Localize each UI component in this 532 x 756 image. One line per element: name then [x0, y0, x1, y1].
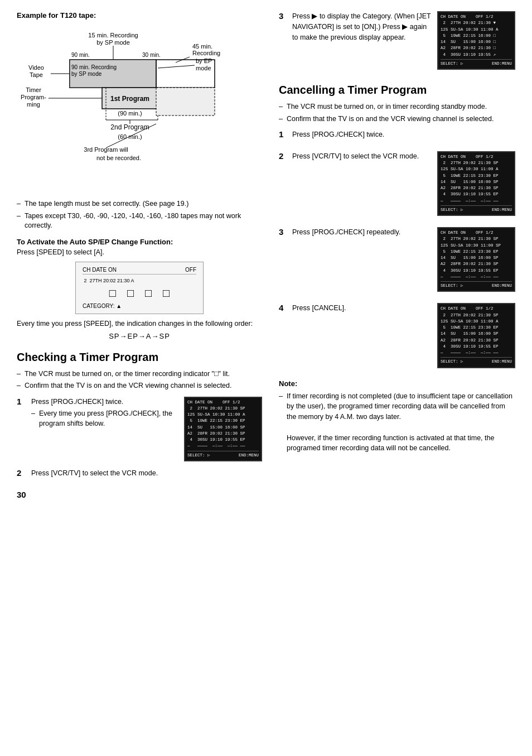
- svg-text:by SP mode: by SP mode: [96, 39, 130, 46]
- checking-step-2-num: 2: [17, 468, 26, 478]
- vcr-footer-c1: SELECT: ▷ END:MENU: [187, 451, 259, 459]
- vcs2-r2: 5 19WE 22:15 23:30 EP: [441, 173, 512, 179]
- svg-text:45 min.: 45 min.: [192, 43, 212, 50]
- checking-step-1-content: Press [PROG./CHECK] twice. Every time yo…: [31, 397, 178, 435]
- step3-intro-screen: CH DATE ON OFF 1/2 2 27TH 20:02 21:30 ▼ …: [437, 11, 515, 70]
- svg-text:90 min.: 90 min.: [71, 52, 90, 58]
- svg-text:15 min. Recording: 15 min. Recording: [88, 32, 138, 38]
- vcr-intro-r4: A2 28FR 20:02 21:30 □: [441, 45, 512, 51]
- vcr-row-c1-1: 125 SU-SA 10:30 11:00 A: [187, 412, 259, 418]
- icon-square3: □: [145, 287, 152, 300]
- step3-intro-num: 3: [279, 11, 288, 21]
- svg-rect-34: [156, 88, 215, 115]
- diagram-section: Example for T120 tape: 1st Program 15 mi…: [17, 11, 262, 188]
- vcs4-header: CH DATE ON OFF 1/2: [441, 306, 512, 312]
- checking-step-1-subbullets: Every time you press [PROG./CHECK], the …: [31, 409, 178, 428]
- vcr-intro-r2: 5 19WE 22:15 16:00 □: [441, 33, 512, 39]
- vcr-footer-c1-right: END:MENU: [239, 452, 259, 459]
- checking-step-2: 2 Press [VCR/TV] to select the VCR mode.: [17, 468, 262, 479]
- bullet-tape-length: The tape length must be set correctly. (…: [17, 199, 262, 209]
- cancel-step-4: 4 Press [CANCEL]. CH DATE ON OFF 1/2 2 2…: [279, 303, 515, 368]
- step3-intro-text: Press ▶ to display the Category. (When […: [292, 11, 433, 42]
- checking-step-2-content: Press [VCR/TV] to select the VCR mode.: [31, 468, 262, 479]
- cancel-step-2-inner: Press [VCR/TV] to select the VCR mode. C…: [292, 151, 515, 216]
- checking-heading: Checking a Timer Program: [17, 350, 262, 364]
- vcr-screen-cancel2: CH DATE ON OFF 1/2 2 27TH 20:02 21:30 SP…: [437, 151, 515, 216]
- vcr-row-c1-6: — ———— —:—— —:—— ——: [187, 443, 259, 449]
- icon-square4: □: [163, 287, 170, 300]
- note-text-2: However, if the timer recording function…: [287, 434, 494, 452]
- svg-text:Tape: Tape: [30, 71, 43, 78]
- svg-text:30 min.: 30 min.: [142, 52, 161, 58]
- cancel-step-4-screen: CH DATE ON OFF 1/2 2 27TH 20:02 21:30 SP…: [437, 303, 515, 368]
- vcr-intro-r0: 2 27TH 20:02 21:30 ▼: [441, 20, 512, 26]
- cancel-step-2-screen: CH DATE ON OFF 1/2 2 27TH 20:02 21:30 SP…: [437, 151, 515, 216]
- vcr-footer-intro-right: END:MENU: [492, 61, 512, 67]
- svg-text:Program-: Program-: [21, 94, 46, 100]
- page-number: 30: [17, 490, 262, 499]
- vcs4-r1: 125 SU-SA 10:30 11:00 A: [441, 319, 512, 325]
- vcs2-r6: — ———— —:—— —:—— ——: [441, 198, 512, 204]
- vcr-intro-r3: 14 SU 15:00 16:00 □: [441, 39, 512, 45]
- vcr-intro-r5: 4 30SU 19:10 19:55 ↗: [441, 52, 512, 58]
- svg-text:3rd Program will: 3rd Program will: [84, 146, 128, 153]
- vcs2-fr: END:MENU: [492, 207, 512, 213]
- vcs2-header: CH DATE ON OFF 1/2: [441, 154, 512, 160]
- vcs2-r4: A2 28FR 20:02 21:30 SP: [441, 185, 512, 191]
- cancel-step-3: 3 Press [PROG./CHECK] repeatedly. CH DAT…: [279, 227, 515, 292]
- vcs3-r1: 125 SU-SA 10:30 11:00 SP: [441, 243, 512, 249]
- bullet-tapes-except: Tapes except T30, -60, -90, -120, -140, …: [17, 211, 262, 231]
- step3-intro-content: Press ▶ to display the Category. (When […: [292, 11, 433, 42]
- note-list: If timer recording is not completed (due…: [279, 391, 515, 454]
- vcs4-r0: 2 27TH 20:02 21:30 SP: [441, 312, 512, 319]
- svg-text:by EP: by EP: [196, 57, 212, 64]
- note-section: Note: If timer recording is not complete…: [279, 379, 515, 454]
- vcs2-r1: 125 SU-SA 10:30 11:00 A: [441, 166, 512, 172]
- svg-line-13: [158, 65, 195, 68]
- icon-square1: □: [109, 287, 116, 300]
- cancel-step-3-num: 3: [279, 227, 288, 237]
- vcr-header-c1: CH DATE ON OFF 1/2: [187, 399, 259, 406]
- vcr-footer-cancel4: SELECT: ▷ END:MENU: [441, 357, 512, 365]
- vcr-screen-check-1: CH DATE ON OFF 1/2 2 27TH 20:02 21:30 SP…: [184, 397, 262, 461]
- vcs4-fr: END:MENU: [492, 359, 512, 365]
- vcs3-fr: END:MENU: [492, 283, 512, 289]
- sd-category: CATEGORY: ▲: [83, 303, 196, 309]
- sd-off: OFF: [185, 267, 196, 273]
- speed-diagram: CH DATE ON OFF 2 27TH 20:02 21:30 A □ □ …: [75, 262, 204, 314]
- vcr-footer-intro-left: SELECT: ▷: [441, 61, 463, 67]
- icon-square2: □: [127, 287, 134, 300]
- sd-ch: CH DATE ON: [83, 267, 117, 273]
- checking-bullet-1: The VCR must be turned on, or the timer …: [17, 369, 262, 379]
- cancel-step-4-num: 4: [279, 303, 288, 312]
- svg-text:Recording: Recording: [192, 50, 220, 56]
- cancel-step-4-inner: Press [CANCEL]. CH DATE ON OFF 1/2 2 27T…: [292, 303, 515, 368]
- checking-step-1-text: Press [PROG./CHECK] twice.: [31, 397, 178, 407]
- cancelling-heading: Cancelling a Timer Program: [279, 83, 515, 97]
- sp-ep-line: SP→EP→A→SP: [17, 332, 262, 340]
- note-text-1: If timer recording is not completed (due…: [287, 392, 512, 421]
- svg-text:90 min. Recording: 90 min. Recording: [71, 64, 117, 70]
- vcs3-r0: 2 27TH 20:02 21:30 SP: [441, 236, 512, 242]
- tape-diagram: 1st Program 15 min. Recording by SP mode…: [20, 26, 237, 188]
- checking-section: Checking a Timer Program The VCR must be…: [17, 350, 262, 479]
- vcr-intro-r1: 125 SU-SA 10:30 11:00 A: [441, 27, 512, 33]
- right-step-3-intro: 3 Press ▶ to display the Category. (When…: [279, 11, 515, 70]
- svg-text:(90 min.): (90 min.): [118, 110, 142, 117]
- vcs4-fl: SELECT: ▷: [441, 359, 463, 365]
- cancel-step-2-num: 2: [279, 151, 288, 161]
- auto-sp-body: Press [SPEED] to select [A].: [17, 248, 262, 256]
- cancel-step-1-text: Press [PROG./CHECK] twice.: [292, 129, 515, 140]
- vcr-footer-cancel2: SELECT: ▷ END:MENU: [441, 205, 512, 213]
- cancel-step-4-text: Press [CANCEL].: [292, 303, 432, 368]
- vcr-row-c1-3: 14 SU 15:00 16:00 SP: [187, 425, 259, 431]
- svg-text:by SP mode: by SP mode: [71, 71, 102, 77]
- svg-text:Video: Video: [28, 64, 44, 71]
- cancel-step-3-text: Press [PROG./CHECK] repeatedly.: [292, 227, 432, 292]
- vcs3-r6: — ———— —:—— —:—— ——: [441, 274, 512, 280]
- svg-text:Timer: Timer: [26, 86, 41, 93]
- svg-text:mode: mode: [196, 65, 211, 71]
- note-title: Note:: [279, 379, 515, 388]
- vcs4-r6: — ———— —:—— —:—— ——: [441, 350, 512, 356]
- vcr-screen-intro: CH DATE ON OFF 1/2 2 27TH 20:02 21:30 ▼ …: [437, 11, 515, 70]
